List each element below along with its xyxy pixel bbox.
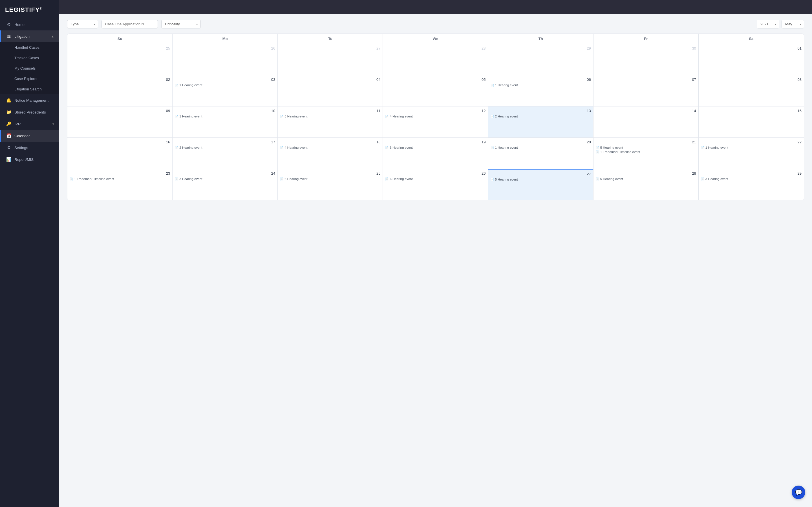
calendar-day[interactable]: 03📄1 Hearing event xyxy=(172,75,278,106)
day-number: 25 xyxy=(280,171,380,175)
calendar-day[interactable]: 18📄4 Hearing event xyxy=(278,138,383,169)
sidebar-item-home[interactable]: ⊙ Home xyxy=(0,18,59,31)
event-item[interactable]: 📄1 Hearing event xyxy=(175,83,275,87)
day-number: 24 xyxy=(175,171,275,175)
calendar-day[interactable]: 28📄5 Hearing event xyxy=(594,169,699,200)
event-item[interactable]: 📄2 Hearing event xyxy=(491,115,591,118)
sidebar-item-stored-precedents[interactable]: 📁 Stored Precedents xyxy=(0,106,59,118)
calendar-day[interactable]: 23📄1 Trademark Timeline event xyxy=(67,169,172,200)
chat-button[interactable]: 💬 xyxy=(792,486,805,499)
event-item[interactable]: 📄4 Hearing event xyxy=(280,146,380,149)
day-number: 26 xyxy=(175,46,275,50)
calendar-day[interactable]: 21📄5 Hearing event📄1 Trademark Timeline … xyxy=(594,138,699,169)
calendar-day[interactable]: 29 xyxy=(488,44,594,75)
day-number: 08 xyxy=(701,77,802,82)
sidebar-item-my-counsels[interactable]: My Counsels xyxy=(0,63,59,73)
calendar-day[interactable]: 28 xyxy=(383,44,488,75)
calendar-day[interactable]: 24📄3 Hearing event xyxy=(172,169,278,200)
event-text: 3 Hearing event xyxy=(179,177,202,180)
sidebar-item-litigation[interactable]: ⚖ Litigation ▲ xyxy=(0,31,59,42)
calendar-day[interactable]: 19📄3 Hearing event xyxy=(383,138,488,169)
calendar-day[interactable]: 07 xyxy=(594,75,699,106)
day-number: 22 xyxy=(701,140,802,144)
calendar-day[interactable]: 02 xyxy=(67,75,172,106)
event-item[interactable]: 📄5 Hearing event xyxy=(596,177,696,180)
sidebar-item-ipr[interactable]: 🔑 IPR ▾ xyxy=(0,118,59,130)
sidebar-item-label: Report/MIS xyxy=(14,158,54,162)
event-item[interactable]: 📄1 Trademark Timeline event xyxy=(70,177,170,180)
event-item[interactable]: 📄1 Hearing event xyxy=(491,146,591,149)
day-number: 09 xyxy=(70,109,170,113)
event-item[interactable]: 📄1 Hearing event xyxy=(491,83,591,87)
sidebar-item-tracked-cases[interactable]: Tracked Cases xyxy=(0,53,59,63)
sidebar-item-settings[interactable]: ⚙ Settings xyxy=(0,142,59,154)
event-item[interactable]: 📄1 Trademark Timeline event xyxy=(596,150,696,154)
sidebar-item-label: My Counsels xyxy=(14,66,54,70)
event-item[interactable]: 📄3 Hearing event xyxy=(385,146,486,149)
sidebar-item-label: Handled Cases xyxy=(14,45,54,50)
sidebar-item-litigation-search[interactable]: Litigation Search xyxy=(0,84,59,94)
cal-header-sa: Sa xyxy=(699,34,804,44)
event-item[interactable]: 📄1 Hearing event xyxy=(175,115,275,118)
event-item[interactable]: 📄5 Hearing event xyxy=(280,115,380,118)
case-title-input[interactable] xyxy=(101,20,158,29)
month-select[interactable]: May April June xyxy=(781,20,804,29)
topbar xyxy=(59,0,812,14)
calendar-day[interactable]: 29📄3 Hearing event xyxy=(699,169,804,200)
calendar-week-row: 1617📄2 Hearing event18📄4 Hearing event19… xyxy=(67,138,804,169)
event-item[interactable]: 📄5 Hearing event xyxy=(596,146,696,149)
event-item[interactable]: 📄6 Hearing event xyxy=(280,177,380,180)
calendar-day[interactable]: 25📄6 Hearing event xyxy=(278,169,383,200)
type-filter[interactable]: Type xyxy=(67,20,98,29)
sidebar-item-report-mis[interactable]: 📊 Report/MIS xyxy=(0,154,59,165)
day-number: 29 xyxy=(491,46,591,50)
hearing-event-icon: 📄 xyxy=(701,177,704,180)
sidebar-item-notice-management[interactable]: 🔔 Notice Management xyxy=(0,94,59,106)
calendar-day[interactable]: 09 xyxy=(67,107,172,137)
stored-precedents-icon: 📁 xyxy=(6,109,11,115)
calendar-day[interactable]: 15 xyxy=(699,107,804,137)
calendar-day[interactable]: 16 xyxy=(67,138,172,169)
event-item[interactable]: 📄4 Hearing event xyxy=(385,115,486,118)
event-item[interactable]: 📄6 Hearing event xyxy=(385,177,486,180)
calendar-day[interactable]: 05 xyxy=(383,75,488,106)
criticality-filter[interactable]: Criticality xyxy=(161,20,201,29)
sidebar-item-label: Litigation Search xyxy=(14,87,54,91)
calendar-day[interactable]: 26 xyxy=(172,44,278,75)
hearing-event-icon: 📄 xyxy=(280,146,283,149)
calendar-day[interactable]: 08 xyxy=(699,75,804,106)
event-text: 1 Hearing event xyxy=(495,83,518,87)
calendar-day[interactable]: 01 xyxy=(699,44,804,75)
year-month-selects: 2021 2020 2022 May April June xyxy=(757,20,804,29)
calendar-day[interactable]: 10📄1 Hearing event xyxy=(172,107,278,137)
calendar-day[interactable]: 12📄4 Hearing event xyxy=(383,107,488,137)
sidebar-item-handled-cases[interactable]: Handled Cases xyxy=(0,42,59,53)
event-text: 5 Hearing event xyxy=(600,177,623,180)
chat-icon: 💬 xyxy=(795,489,802,496)
calendar-day[interactable]: 14 xyxy=(594,107,699,137)
calendar-day[interactable]: 27📄5 Hearing event xyxy=(488,169,594,200)
event-item[interactable]: 📄3 Hearing event xyxy=(175,177,275,180)
calendar-day[interactable]: 30 xyxy=(594,44,699,75)
calendar-day[interactable]: 27 xyxy=(278,44,383,75)
sidebar-nav: ⊙ Home ⚖ Litigation ▲ Handled Cases Trac… xyxy=(0,18,59,507)
year-select[interactable]: 2021 2020 2022 xyxy=(757,20,779,29)
event-item[interactable]: 📄5 Hearing event xyxy=(491,178,591,181)
calendar-week-row: 0910📄1 Hearing event11📄5 Hearing event12… xyxy=(67,107,804,138)
calendar-day[interactable]: 13📄2 Hearing event xyxy=(488,107,594,137)
calendar-day[interactable]: 20📄1 Hearing event xyxy=(488,138,594,169)
cal-header-fr: Fr xyxy=(594,34,699,44)
calendar-day[interactable]: 17📄2 Hearing event xyxy=(172,138,278,169)
calendar-day[interactable]: 26📄6 Hearing event xyxy=(383,169,488,200)
calendar-day[interactable]: 11📄5 Hearing event xyxy=(278,107,383,137)
calendar-day[interactable]: 06📄1 Hearing event xyxy=(488,75,594,106)
sidebar-item-calendar[interactable]: 📅 Calendar xyxy=(0,130,59,142)
event-item[interactable]: 📄2 Hearing event xyxy=(175,146,275,149)
calendar-day[interactable]: 04 xyxy=(278,75,383,106)
event-item[interactable]: 📄3 Hearing event xyxy=(701,177,802,180)
event-item[interactable]: 📄1 Hearing event xyxy=(701,146,802,149)
calendar-day[interactable]: 25 xyxy=(67,44,172,75)
sidebar-item-case-explorer[interactable]: Case Explorer xyxy=(0,73,59,84)
calendar-day[interactable]: 22📄1 Hearing event xyxy=(699,138,804,169)
criticality-filter-wrap: Criticality xyxy=(161,20,201,29)
